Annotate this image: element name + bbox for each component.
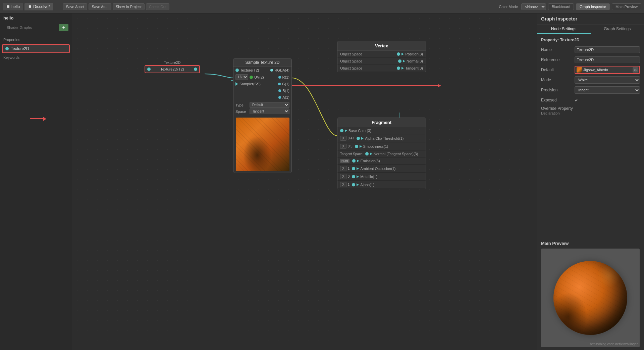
- fragment-node[interactable]: Fragment Base Color(3) X 0.47 Alpha Clip…: [337, 118, 426, 189]
- a-port-label: A(1): [282, 95, 289, 99]
- prop-override-key: Override Property Declaration: [541, 106, 575, 116]
- frag-badge-6: X: [340, 174, 346, 179]
- texture-filename: Jigsaw_Albedo: [583, 68, 631, 72]
- texture-port-in: [235, 69, 239, 72]
- right-panel: Graph Inspector Node Settings Graph Sett…: [537, 13, 644, 350]
- tab-node-settings[interactable]: Node Settings: [537, 25, 591, 34]
- frag-left-6: X 0 Metallic(1): [340, 174, 377, 179]
- frag-left-0: Base Color(3): [340, 129, 371, 133]
- space-label: Space: [235, 110, 248, 114]
- topbar: 🔲 hello 🔲 Dissolve* Save Asset Save As..…: [0, 0, 644, 13]
- prop-mode-key: Mode: [541, 78, 575, 82]
- default-texture-picker[interactable]: Jigsaw_Albedo ⊙: [575, 66, 640, 74]
- blackboard-button[interactable]: Blackboard: [548, 3, 574, 10]
- save-asset-button[interactable]: Save Asset: [63, 3, 87, 10]
- main-layout: hello Shader Graphs + Properties Texture…: [0, 13, 644, 350]
- vertex-space-1: Object Space: [340, 59, 362, 63]
- vertex-node[interactable]: Vertex Object Space Position(3) Object S…: [337, 41, 426, 72]
- shader-graphs-label: Shader Graphs: [3, 25, 35, 31]
- uv-select[interactable]: UV0: [235, 74, 248, 80]
- check-out-button[interactable]: Check Out: [146, 3, 169, 10]
- frag-arrow-7: [357, 183, 359, 186]
- rgba-port-label: RGBA(4): [274, 68, 289, 72]
- frag-row-ao: X 1 Ambient Occlusion(1): [337, 165, 426, 173]
- frag-label-0: Base Color(3): [348, 129, 371, 133]
- tab-dissolve[interactable]: 🔲 Dissolve*: [24, 3, 53, 10]
- frag-arrow-2: [360, 145, 362, 148]
- type-space-section: Type Default Space Tangent: [233, 101, 291, 116]
- frag-space-3: Tangent Space: [340, 152, 363, 156]
- sample-texture-node[interactable]: Sample Texture 2D Texture(T2) RGBA(4) UV…: [233, 58, 292, 173]
- frag-arrow-0: [345, 129, 347, 132]
- fragment-title: Fragment: [337, 118, 426, 127]
- connections-svg: [72, 13, 537, 350]
- rgba-port-out: [270, 69, 273, 72]
- frag-row-alpha: X 1 Alpha(1): [337, 181, 426, 189]
- frag-val-1: 0.47: [348, 136, 354, 140]
- frag-dot-4: [352, 159, 356, 163]
- tab-hello[interactable]: 🔲 hello: [3, 3, 23, 10]
- vertex-dot-2: [397, 67, 400, 70]
- properties-section-title: Properties: [0, 36, 72, 43]
- frag-dot-3: [365, 152, 369, 156]
- main-preview-button[interactable]: Main Preview: [612, 3, 641, 10]
- texture-locate-button[interactable]: ⊙: [633, 67, 638, 73]
- frag-row-smoothness: X 0.5 Smoothness(1): [337, 142, 426, 150]
- frag-dot-2: [355, 145, 358, 148]
- frag-arrow-6: [357, 175, 359, 178]
- add-shader-button[interactable]: +: [59, 24, 68, 31]
- texture2d-canvas-node[interactable]: Texture2D Texture2D(T2): [145, 60, 200, 73]
- property-texture2d-item[interactable]: Texture2D: [2, 44, 70, 53]
- vertex-dot-1: [398, 59, 401, 63]
- sidebar: hello Shader Graphs + Properties Texture…: [0, 13, 72, 350]
- save-as-button[interactable]: Save As...: [89, 3, 111, 10]
- color-mode-select[interactable]: <None>: [521, 3, 546, 10]
- vertex-label-2: Tangent(3): [405, 66, 423, 70]
- frag-label-7: Alpha(1): [360, 183, 374, 187]
- b-port-row: B(1): [233, 87, 291, 94]
- sidebar-header: hello: [0, 13, 72, 23]
- prop-name-key: Name: [541, 47, 575, 52]
- graph-inspector-button[interactable]: Graph Inspector: [576, 3, 610, 10]
- vertex-label-1: Normal(3): [407, 59, 423, 63]
- space-select[interactable]: Tangent: [250, 108, 289, 114]
- vertex-ports-2: Tangent(3): [397, 66, 423, 70]
- prop-precision-key: Precision: [541, 88, 575, 92]
- frag-dot-7: [352, 183, 355, 186]
- frag-row-emission: HDR Emission(3): [337, 158, 426, 165]
- vertex-row-position: Object Space Position(3): [337, 51, 426, 58]
- vertex-arrow-1: [403, 60, 405, 62]
- vertex-ports-1: Normal(3): [398, 59, 423, 63]
- texture2d-port-out: [194, 68, 197, 71]
- canvas-area[interactable]: Texture2D Texture2D(T2) Sample Texture 2…: [72, 13, 537, 350]
- show-in-project-button[interactable]: Show In Project: [113, 3, 145, 10]
- prop-precision-select[interactable]: Inherit: [575, 86, 640, 94]
- type-select[interactable]: Default: [250, 102, 289, 108]
- prop-default-row: Default Jigsaw_Albedo ⊙: [541, 66, 640, 74]
- prop-reference-key: Reference: [541, 57, 575, 62]
- frag-badge-1: X: [340, 136, 346, 141]
- prop-name-input[interactable]: [575, 46, 640, 53]
- tab-graph-settings[interactable]: Graph Settings: [591, 25, 644, 34]
- property-section-title: Property: Texture2D: [541, 38, 640, 42]
- g-port-out: [278, 83, 281, 85]
- prop-precision-row: Precision Inherit: [541, 86, 640, 94]
- vertex-arrow-2: [401, 67, 404, 70]
- prop-name-row: Name: [541, 46, 640, 54]
- frag-val-5: 1: [348, 167, 350, 170]
- frag-val-7: 1: [348, 183, 350, 186]
- texture-port-label: Texture(T2): [240, 68, 259, 72]
- frag-label-6: Metallic(1): [360, 175, 377, 179]
- uv-port-label: UV(2): [254, 75, 264, 79]
- texture2d-box[interactable]: Texture2D(T2): [145, 65, 200, 73]
- prop-mode-select[interactable]: White: [575, 76, 640, 84]
- vertex-space-0: Object Space: [340, 52, 362, 56]
- main-preview-section: Main Preview https://blog.csdn.net/xinzh…: [537, 238, 644, 350]
- prop-reference-input[interactable]: [575, 56, 640, 63]
- frag-left-1: X 0.47 Alpha Clip Threshold(1): [340, 136, 404, 141]
- prop-exposed-row: Exposed ✓: [541, 96, 640, 104]
- frag-row-normal: Tangent Space Normal (Tangent Space)(3): [337, 150, 426, 158]
- sampler-port-in: [235, 82, 238, 86]
- frag-left-3: Tangent Space Normal (Tangent Space)(3): [340, 152, 418, 156]
- frag-arrow-3: [370, 152, 372, 155]
